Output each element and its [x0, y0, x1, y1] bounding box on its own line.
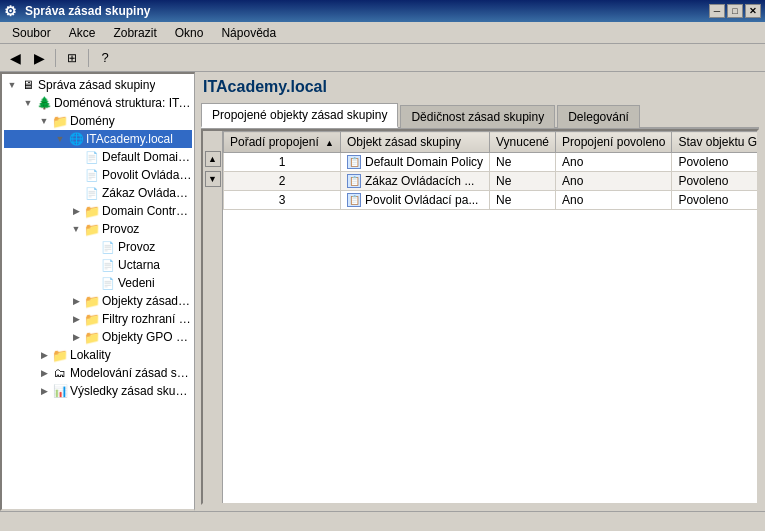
restore-button[interactable]: □	[727, 4, 743, 18]
tab-dedicnost[interactable]: Dědičnost zásad skupiny	[400, 105, 555, 128]
label-vysledky: Výsledky zásad skupiny	[68, 384, 192, 398]
table-row[interactable]: 2 📋 Zákaz Ovládacích ... Ne Ano Povoleno	[224, 172, 758, 191]
menu-okno[interactable]: Okno	[167, 24, 212, 42]
col-povoleno[interactable]: Propojení povoleno	[556, 132, 672, 153]
cell-poradi-2: 2	[224, 172, 341, 191]
expander-vysledky: ▶	[36, 383, 52, 399]
tree-item-itacademy[interactable]: ▼ 🌐 ITAcademy.local	[4, 130, 192, 148]
show-button[interactable]: ⊞	[61, 47, 83, 69]
tree-item-povolite[interactable]: ▶ 📄 Povolit Ovládací p...	[4, 166, 192, 184]
title-bar-icon: ⚙	[4, 3, 17, 19]
tab-delegovani[interactable]: Delegování	[557, 105, 640, 128]
table-row[interactable]: 1 📋 Default Domain Policy Ne Ano Povolen…	[224, 153, 758, 172]
icon-vedeni: 📄	[100, 275, 116, 291]
cell-stav-1: Povoleno	[672, 153, 757, 172]
col-stav[interactable]: Stav objektu GPO	[672, 132, 757, 153]
table-area: ▲ ▼ Pořadí propojení ▲ Objekt zásad skup…	[201, 129, 759, 505]
cell-stav-2: Povoleno	[672, 172, 757, 191]
icon-uctarna: 📄	[100, 257, 116, 273]
expander-forest: ▼	[20, 95, 36, 111]
tree-item-defpol[interactable]: ▶ 📄 Default Domain Po...	[4, 148, 192, 166]
tabs: Propojené objekty zásad skupiny Dědičnos…	[201, 102, 759, 129]
col-objekt[interactable]: Objekt zásad skupiny	[341, 132, 490, 153]
expander-root: ▼	[4, 77, 20, 93]
icon-vysledky: 📊	[52, 383, 68, 399]
cell-objekt-2: 📋 Zákaz Ovládacích ...	[341, 172, 490, 191]
toolbar-separator-2	[88, 49, 89, 67]
label-zakaz: Zákaz Ovládacích ...	[100, 186, 192, 200]
tree-item-lokality[interactable]: ▶ 📁 Lokality	[4, 346, 192, 364]
tree-item-vedeni[interactable]: ▶ 📄 Vedeni	[4, 274, 192, 292]
icon-lokality: 📁	[52, 347, 68, 363]
expander-dc: ▶	[68, 203, 84, 219]
expander-objekty: ▶	[68, 293, 84, 309]
col-poradi[interactable]: Pořadí propojení ▲	[224, 132, 341, 153]
expander-lokality: ▶	[36, 347, 52, 363]
tree-item-provoz-child[interactable]: ▶ 📄 Provoz	[4, 238, 192, 256]
right-panel: ITAcademy.local Propojené objekty zásad …	[195, 72, 765, 511]
cell-objekt-3: 📋 Povolit Ovládací pa...	[341, 191, 490, 210]
menu-akce[interactable]: Akce	[61, 24, 104, 42]
title-bar-text: Správa zásad skupiny	[21, 4, 709, 18]
expander-itacademy: ▼	[52, 131, 68, 147]
gpo-icon-3: 📋	[347, 193, 361, 207]
tree-item-modelovani[interactable]: ▶ 🗂 Modelování zásad skupiny	[4, 364, 192, 382]
minimize-button[interactable]: ─	[709, 4, 725, 18]
col-vynucene[interactable]: Vynucené	[490, 132, 556, 153]
table-header-row: Pořadí propojení ▲ Objekt zásad skupiny …	[224, 132, 758, 153]
forward-button[interactable]: ▶	[28, 47, 50, 69]
cell-povoleno-2: Ano	[556, 172, 672, 191]
label-defpol: Default Domain Po...	[100, 150, 192, 164]
label-domains: Domény	[68, 114, 115, 128]
icon-itacademy: 🌐	[68, 131, 84, 147]
tree-item-dc[interactable]: ▶ 📁 Domain Controller	[4, 202, 192, 220]
title-bar-buttons: ─ □ ✕	[709, 4, 761, 18]
tab-propojene[interactable]: Propojené objekty zásad skupiny	[201, 103, 398, 128]
icon-starter: 📁	[84, 329, 100, 345]
menu-soubor[interactable]: Soubor	[4, 24, 59, 42]
close-button[interactable]: ✕	[745, 4, 761, 18]
tree-item-root[interactable]: ▼ 🖥 Správa zásad skupiny	[4, 76, 192, 94]
label-filtry: Filtry rozhraní WM...	[100, 312, 192, 326]
tree-item-provoz-parent[interactable]: ▼ 📁 Provoz	[4, 220, 192, 238]
icon-modelovani: 🗂	[52, 365, 68, 381]
cell-stav-3: Povoleno	[672, 191, 757, 210]
gpo-icon-2: 📋	[347, 174, 361, 188]
gpo-icon-1: 📋	[347, 155, 361, 169]
move-down-button[interactable]: ▼	[205, 171, 221, 187]
tree-item-forest[interactable]: ▼ 🌲 Doménová struktura: ITAcad	[4, 94, 192, 112]
back-button[interactable]: ◀	[4, 47, 26, 69]
icon-dc: 📁	[84, 203, 100, 219]
tree-item-uctarna[interactable]: ▶ 📄 Uctarna	[4, 256, 192, 274]
tree-item-filtry[interactable]: ▶ 📁 Filtry rozhraní WM...	[4, 310, 192, 328]
label-itacademy: ITAcademy.local	[84, 132, 173, 146]
icon-filtry: 📁	[84, 311, 100, 327]
menu-napoveda[interactable]: Nápověda	[213, 24, 284, 42]
tree-item-zakaz[interactable]: ▶ 📄 Zákaz Ovládacích ...	[4, 184, 192, 202]
cell-vynucene-3: Ne	[490, 191, 556, 210]
move-up-button[interactable]: ▲	[205, 151, 221, 167]
expander-starter: ▶	[68, 329, 84, 345]
cell-poradi-3: 3	[224, 191, 341, 210]
tree-item-vysledky[interactable]: ▶ 📊 Výsledky zásad skupiny	[4, 382, 192, 400]
cell-vynucene-2: Ne	[490, 172, 556, 191]
cell-vynucene-1: Ne	[490, 153, 556, 172]
icon-forest: 🌲	[36, 95, 52, 111]
icon-objekty: 📁	[84, 293, 100, 309]
tree-item-domains[interactable]: ▼ 📁 Domény	[4, 112, 192, 130]
label-dc: Domain Controller	[100, 204, 192, 218]
table-row[interactable]: 3 📋 Povolit Ovládací pa... Ne Ano Povole…	[224, 191, 758, 210]
icon-provoz: 📁	[84, 221, 100, 237]
tree-item-objekty[interactable]: ▶ 📁 Objekty zásad sku...	[4, 292, 192, 310]
tree-item-starter[interactable]: ▶ 📁 Objekty GPO Star...	[4, 328, 192, 346]
tree-panel: ▼ 🖥 Správa zásad skupiny ▼ 🌲 Doménová st…	[0, 72, 195, 511]
label-povolite: Povolit Ovládací p...	[100, 168, 192, 182]
label-starter: Objekty GPO Star...	[100, 330, 192, 344]
menu-zobrazit[interactable]: Zobrazit	[105, 24, 164, 42]
cell-povoleno-1: Ano	[556, 153, 672, 172]
help-button[interactable]: ?	[94, 47, 116, 69]
cell-objekt-1: 📋 Default Domain Policy	[341, 153, 490, 172]
table-container: Pořadí propojení ▲ Objekt zásad skupiny …	[223, 131, 757, 503]
label-uctarna: Uctarna	[116, 258, 160, 272]
main-content: ▼ 🖥 Správa zásad skupiny ▼ 🌲 Doménová st…	[0, 72, 765, 511]
